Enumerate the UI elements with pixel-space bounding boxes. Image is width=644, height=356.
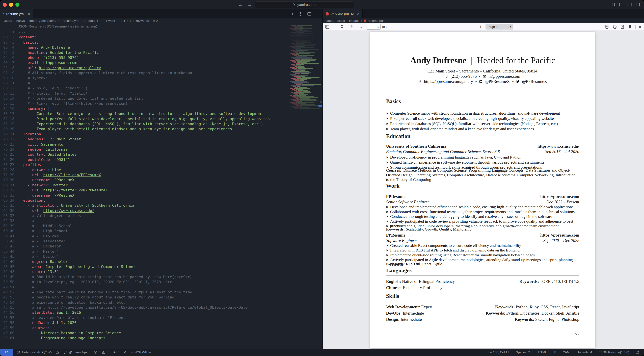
breadcrumb-item-static[interactable]: static — [338, 19, 345, 23]
maximize-window-button[interactable] — [16, 3, 20, 7]
forward-icon[interactable]: → — [247, 2, 252, 8]
breadcrumb-item-hanyu[interactable]: hanyu — [16, 19, 25, 23]
scrollbar-decoration[interactable] — [320, 101, 322, 103]
code-line[interactable]: 5050# in JavaScript, eg. '2020-01', '202… — [0, 280, 289, 284]
customize-layout-icon[interactable] — [636, 2, 640, 7]
code-line[interactable]: 4258endDate: Jul 1, 2020 — [0, 320, 289, 325]
cloud-upload-icon[interactable] — [48, 350, 52, 354]
breadcrumb-item-tmp[interactable]: tmp — [29, 19, 35, 23]
code-line[interactable]: 8713# - italic, (e.g, `*italic*`) — [0, 91, 289, 96]
code-line[interactable]: 7426postalCode: "95814" — [0, 157, 289, 162]
code-line[interactable]: 6238# — [0, 218, 289, 223]
zoom-select[interactable]: Page Fit ▾ — [486, 24, 513, 30]
code-line[interactable]: 6139# - 'Middle School' — [0, 224, 289, 228]
pdf-viewer[interactable]: Andy Dufresne | Headed for the Pacific 1… — [323, 31, 644, 348]
remote-indicator[interactable] — [0, 348, 13, 356]
more-actions-icon[interactable] — [316, 12, 320, 16]
code-line[interactable]: 7030username: PPResumeX — [0, 178, 289, 182]
code-line[interactable]: 946phone: "(213) 555-9876" — [0, 55, 289, 60]
code-line[interactable]: 937email: hi@ppresume.com — [0, 60, 289, 65]
split-editor-icon[interactable] — [307, 12, 312, 16]
code-line[interactable]: 4852# The date part would be removed in … — [0, 290, 289, 295]
education-school-url[interactable]: https://www.cs.usc.edu/ — [538, 144, 579, 149]
code-line[interactable]: 6436url: https://www.cs.usc.edu/ — [0, 208, 289, 213]
code-line[interactable]: 8020- Team player, with detail-oriented … — [0, 126, 289, 132]
save-icon[interactable] — [620, 25, 625, 29]
close-tab-icon[interactable]: × — [28, 12, 30, 16]
code-line[interactable]: 6832url: https://twitter.com/PPResumeX — [0, 188, 289, 193]
code-line[interactable]: 8515# - links (e.g. `[link](https://ppre… — [0, 101, 289, 106]
close-window-button[interactable] — [3, 3, 7, 7]
resume-url[interactable]: https://ppresume.com/gallery — [424, 79, 473, 84]
code-line[interactable]: 7327profiles: — [0, 162, 289, 167]
code-line[interactable]: 5347area: Computer Engineering and Compu… — [0, 264, 289, 269]
breadcrumb-item-0[interactable]: ▣0 — [153, 19, 158, 23]
code-line[interactable]: 982content: — [0, 35, 289, 40]
code-line[interactable]: 6535- institution: University of Souther… — [0, 203, 289, 208]
more-tools-icon[interactable]: » — [639, 24, 641, 29]
git-branch-status[interactable]: fix-typo-scaliblity* — [17, 350, 52, 354]
breadcrumb-item-images[interactable]: images — [349, 19, 360, 23]
vim-mode[interactable]: -- NORMAL -- — [132, 350, 151, 354]
pdf-search-icon[interactable] — [340, 25, 344, 29]
code-line[interactable]: 919# All summary fields supports a limit… — [0, 70, 289, 76]
code-line[interactable]: 8218- Pixel perfect full stack web devel… — [0, 116, 289, 122]
ports-status[interactable]: 0 — [113, 350, 120, 354]
breadcrumb-item-content[interactable]: {}content — [83, 19, 98, 23]
back-icon[interactable]: ← — [238, 2, 243, 8]
toggle-primary-sidebar-icon[interactable] — [610, 2, 615, 7]
code-area[interactable]: 1---982content:973basics:964name: Andy D… — [0, 30, 289, 341]
code-line[interactable]: 7525country: United States — [0, 152, 289, 157]
code-line[interactable]: 7129url: https://line.com/PPResumeX — [0, 172, 289, 178]
code-line[interactable]: 4159courses: — [0, 326, 289, 330]
code-line[interactable]: 3961- Programming Language Concepts — [0, 336, 289, 340]
code-line[interactable]: 6931- network: Twitter — [0, 183, 289, 188]
work-company-url[interactable]: https://ppresume.com — [540, 194, 579, 199]
code-line[interactable]: 8416summary: | — [0, 106, 289, 111]
code-line[interactable]: 5248score: "3.8" — [0, 269, 289, 274]
code-line[interactable]: 6040# - 'High School' — [0, 228, 289, 234]
print-icon[interactable] — [613, 25, 617, 29]
experiments-status[interactable] — [56, 351, 60, 354]
toggle-panel-icon[interactable] — [619, 2, 624, 7]
zoom-in-icon[interactable]: + — [479, 24, 482, 30]
resume-line-handle[interactable]: @PPResumeX — [485, 79, 510, 84]
breadcrumb-item-work[interactable]: [ ]work — [102, 19, 115, 23]
pdf-sidebar-toggle-icon[interactable] — [325, 24, 330, 29]
code-line[interactable]: 5644# - 'Master' — [0, 249, 289, 254]
problems-status[interactable]: 0 0 — [94, 350, 108, 354]
code-line[interactable]: 6733username: PPResumeX — [0, 193, 289, 198]
breadcrumb-item-keywords[interactable]: [ ]keywords — [130, 19, 149, 23]
status-right-item-3[interactable]: LF — [552, 350, 556, 354]
code-line[interactable]: 4555# ref: https://developer.mozilla.org… — [0, 305, 289, 310]
previous-page-icon[interactable] — [350, 25, 354, 29]
launchpad-status[interactable]: Launchpad — [64, 350, 90, 354]
code-line[interactable]: 5545# - 'Doctor' — [0, 254, 289, 259]
code-line[interactable]: 6337# Valid degree options: — [0, 213, 289, 218]
code-line[interactable]: 4357# Leave endDate blank to indicate "P… — [0, 315, 289, 320]
power-status[interactable] — [124, 351, 127, 354]
yaml-editor[interactable]: JSON Resume - JSON résumé files (schema.… — [0, 23, 322, 348]
tab-resume-pdf[interactable]: resume.pdf M × — [323, 10, 362, 18]
code-line[interactable]: 8614# - ordered list, unordored list and… — [0, 96, 289, 101]
code-line[interactable]: 5743# - 'Bachelor' — [0, 244, 289, 249]
code-line[interactable]: 8812# - bold, (e.g, `**bold**`) — [0, 86, 289, 91]
toggle-secondary-sidebar-icon[interactable] — [627, 2, 632, 7]
code-line[interactable]: 4951# — [0, 285, 289, 290]
code-line[interactable]: 8911# — [0, 81, 289, 86]
open-file-icon[interactable] — [605, 25, 609, 29]
next-page-icon[interactable] — [359, 25, 363, 29]
code-line[interactable]: 955headline: Headed for the Pacific — [0, 50, 289, 55]
timeline-icon[interactable] — [298, 12, 303, 16]
minimize-window-button[interactable] — [9, 3, 13, 7]
zoom-out-icon[interactable]: − — [472, 24, 474, 30]
code-line[interactable]: 7228- network: Line — [0, 168, 289, 172]
code-line[interactable]: 973basics: — [0, 40, 289, 45]
close-tab-icon[interactable]: × — [357, 12, 360, 16]
code-line[interactable]: 928url: https://ppresume.com/gallery — [0, 66, 289, 70]
notifications-bell-icon[interactable] — [636, 350, 640, 354]
code-line[interactable]: 7624region: California — [0, 147, 289, 152]
bookmark-icon[interactable] — [628, 25, 632, 29]
breadcrumb-item-resume-pdf[interactable]: resume.pdf — [364, 19, 384, 23]
code-line[interactable]: 1--- — [0, 30, 289, 35]
